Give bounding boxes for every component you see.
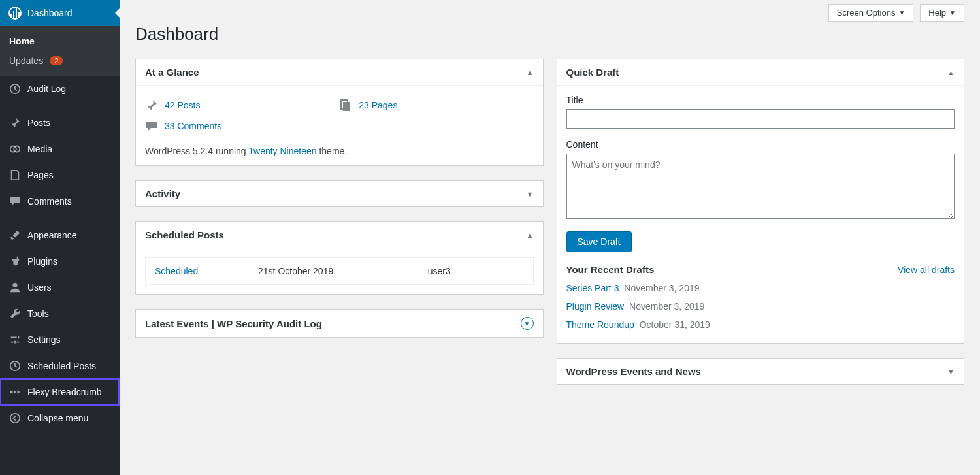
help-button[interactable]: Help ▼ <box>920 4 964 22</box>
sidebar-item-scheduled-posts[interactable]: Scheduled Posts <box>0 353 120 379</box>
sidebar-label: Dashboard <box>27 8 73 18</box>
sidebar-item-flexy-breadcrumb[interactable]: Flexy Breadcrumb <box>0 379 120 405</box>
theme-link[interactable]: Twenty Nineteen <box>248 146 316 156</box>
content-label: Content <box>566 139 955 150</box>
draft-date: November 3, 2019 <box>629 301 704 312</box>
sidebar-label: Tools <box>27 308 49 319</box>
sidebar-item-appearance[interactable]: Appearance <box>0 222 120 248</box>
sidebar-label: Audit Log <box>27 84 66 94</box>
recent-draft-item: Theme Roundup October 31, 2019 <box>566 319 955 330</box>
sidebar-item-audit-log[interactable]: Audit Log <box>0 76 120 102</box>
title-label: Title <box>566 95 955 105</box>
audit-log-icon <box>8 82 22 95</box>
sidebar-label: Scheduled Posts <box>27 361 96 371</box>
sidebar-label: Pages <box>27 170 54 180</box>
brush-icon <box>8 229 22 242</box>
recent-drafts-header: Your Recent Drafts View all drafts <box>566 264 955 275</box>
chevron-up-icon: ▲ <box>527 69 534 76</box>
comment-icon <box>8 195 22 208</box>
scheduled-status-link[interactable]: Scheduled <box>155 266 198 276</box>
glance-comments-link[interactable]: 33 Comments <box>165 121 221 131</box>
media-icon <box>8 142 22 156</box>
caret-down-icon: ▼ <box>898 9 905 16</box>
clock-icon <box>8 359 22 372</box>
chevron-down-icon: ▼ <box>527 190 534 198</box>
scheduled-user: user3 <box>428 266 524 276</box>
page-icon <box>8 169 22 182</box>
sidebar-label: Posts <box>27 118 50 128</box>
latest-events-header[interactable]: Latest Events | WP Security Audit Log ▼ <box>136 310 543 337</box>
sidebar-item-posts[interactable]: Posts <box>0 110 120 136</box>
sidebar-label: Comments <box>27 196 72 206</box>
sidebar-item-tools[interactable]: Tools <box>0 301 120 327</box>
svg-point-3 <box>14 146 20 152</box>
svg-rect-8 <box>343 102 350 111</box>
updates-badge: 2 <box>50 56 63 65</box>
svg-point-6 <box>10 414 20 423</box>
sidebar-label: Appearance <box>27 230 77 240</box>
scheduled-posts-header[interactable]: Scheduled Posts ▲ <box>136 222 543 248</box>
wrench-icon <box>8 307 22 320</box>
activity-header[interactable]: Activity ▼ <box>136 181 543 206</box>
sidebar-label: Media <box>27 144 52 154</box>
draft-link[interactable]: Plugin Review <box>566 301 625 312</box>
pin-icon <box>8 116 22 129</box>
sidebar-label: Plugins <box>27 256 57 267</box>
sidebar-item-plugins[interactable]: Plugins <box>0 248 120 274</box>
draft-date: October 31, 2019 <box>640 319 710 330</box>
glance-posts: 42 Posts <box>145 95 339 116</box>
pages-icon <box>339 99 352 112</box>
at-a-glance-header[interactable]: At a Glance ▲ <box>136 59 543 86</box>
quick-draft-header[interactable]: Quick Draft ▲ <box>557 59 964 86</box>
chevron-down-icon: ▼ <box>947 368 955 376</box>
chevron-up-icon: ▲ <box>947 69 955 76</box>
events-news-header[interactable]: WordPress Events and News ▼ <box>557 359 964 384</box>
sidebar-item-pages[interactable]: Pages <box>0 162 120 188</box>
screen-options-button[interactable]: Screen Options ▼ <box>828 4 914 22</box>
caret-down-icon: ▼ <box>949 9 956 16</box>
dashboard-icon <box>8 7 22 20</box>
title-input[interactable] <box>566 109 955 129</box>
draft-link[interactable]: Series Part 3 <box>566 283 619 293</box>
sidebar-label: Flexy Breadcrumb <box>27 387 102 397</box>
user-icon <box>8 281 22 294</box>
chevron-up-icon: ▲ <box>527 231 534 239</box>
main-content: Screen Options ▼ Help ▼ Dashboard At a G… <box>120 0 980 475</box>
scheduled-posts-box: Scheduled Posts ▲ Scheduled 21st October… <box>135 221 544 295</box>
admin-sidebar: Dashboard Home Updates 2 Audit Log Posts… <box>0 0 120 475</box>
scheduled-date: 21st October 2019 <box>258 266 428 276</box>
glance-posts-link[interactable]: 42 Posts <box>165 100 200 110</box>
sidebar-subitem-updates[interactable]: Updates 2 <box>0 51 120 71</box>
save-draft-button[interactable]: Save Draft <box>566 231 632 252</box>
content-textarea[interactable] <box>566 154 955 219</box>
sidebar-submenu: Home Updates 2 <box>0 26 120 76</box>
events-news-box: WordPress Events and News ▼ <box>557 358 965 385</box>
activity-box: Activity ▼ <box>135 180 544 207</box>
recent-draft-item: Plugin Review November 3, 2019 <box>566 301 955 312</box>
sidebar-item-users[interactable]: Users <box>0 274 120 301</box>
sidebar-subitem-home[interactable]: Home <box>0 31 120 51</box>
quick-draft-box: Quick Draft ▲ Title Content Save Draft Y… <box>557 59 965 344</box>
sidebar-item-settings[interactable]: Settings <box>0 327 120 353</box>
pin-icon <box>145 99 158 112</box>
wp-version-info: WordPress 5.2.4 running Twenty Nineteen … <box>145 146 534 156</box>
latest-events-box: Latest Events | WP Security Audit Log ▼ <box>135 309 544 338</box>
sliders-icon <box>8 333 22 346</box>
glance-pages-link[interactable]: 23 Pages <box>359 100 397 110</box>
sidebar-label: Settings <box>27 335 61 345</box>
sidebar-item-dashboard[interactable]: Dashboard <box>0 0 120 26</box>
glance-pages: 23 Pages <box>339 95 533 116</box>
view-all-drafts-link[interactable]: View all drafts <box>898 265 955 275</box>
at-a-glance-box: At a Glance ▲ 42 Posts 23 Pages <box>135 59 544 166</box>
sidebar-label: Users <box>27 282 52 293</box>
sidebar-item-media[interactable]: Media <box>0 136 120 162</box>
circle-chevron-down-icon[interactable]: ▼ <box>521 317 534 330</box>
sidebar-label: Collapse menu <box>27 413 88 423</box>
draft-link[interactable]: Theme Roundup <box>566 319 634 330</box>
page-title: Dashboard <box>135 24 964 44</box>
sidebar-item-comments[interactable]: Comments <box>0 188 120 214</box>
draft-date: November 3, 2019 <box>624 283 699 293</box>
recent-draft-item: Series Part 3 November 3, 2019 <box>566 283 955 293</box>
sidebar-item-collapse[interactable]: Collapse menu <box>0 405 120 431</box>
plug-icon <box>8 255 22 268</box>
